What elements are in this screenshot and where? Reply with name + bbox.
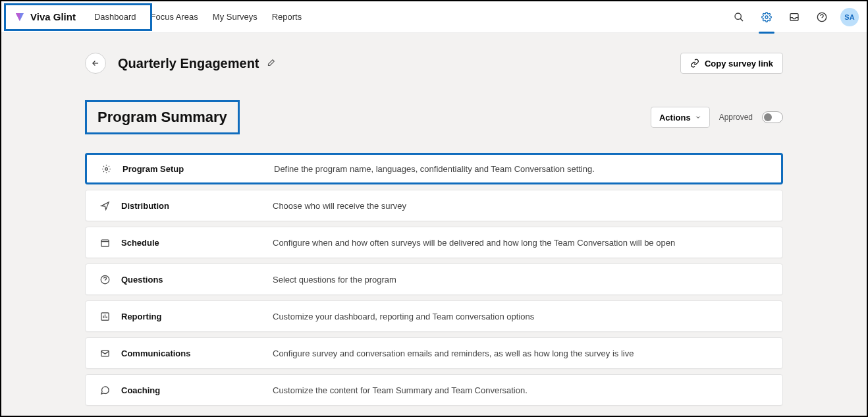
actions-button[interactable]: Actions — [651, 107, 710, 128]
page-title: Quarterly Engagement — [118, 56, 259, 71]
item-desc: Select questions for the program — [273, 275, 396, 285]
calendar-icon — [99, 238, 111, 248]
item-desc: Customize your dashboard, reporting and … — [273, 312, 534, 321]
inbox-icon[interactable] — [785, 8, 803, 26]
copy-survey-link-label: Copy survey link — [705, 59, 773, 69]
svg-point-2 — [765, 16, 768, 18]
search-icon[interactable] — [730, 8, 748, 26]
nav-links: Dashboard Focus Areas My Surveys Reports — [94, 1, 316, 32]
list-item-distribution[interactable]: Distribution Choose who will receive the… — [85, 190, 783, 221]
approved-toggle[interactable] — [762, 111, 783, 123]
chat-icon — [99, 385, 111, 395]
list-item-schedule[interactable]: Schedule Configure when and how often su… — [85, 227, 783, 258]
content-area: Quarterly Engagement Copy survey link Pr… — [1, 33, 867, 416]
list-item-questions[interactable]: Questions Select questions for the progr… — [85, 264, 783, 295]
nav-link-reports[interactable]: Reports — [272, 12, 302, 22]
item-desc: Define the program name, languages, conf… — [274, 164, 595, 174]
page-header: Quarterly Engagement Copy survey link — [85, 53, 783, 74]
chevron-down-icon — [695, 114, 701, 121]
list-item-program-setup[interactable]: Program Setup Define the program name, l… — [85, 153, 783, 184]
brand-logo-icon — [13, 11, 26, 24]
back-button[interactable] — [85, 53, 106, 74]
item-desc: Configure when and how often surveys wil… — [273, 238, 675, 248]
item-desc: Choose who will receive the survey — [273, 201, 406, 211]
brand[interactable]: Viva Glint — [9, 1, 94, 32]
program-items-list: Program Setup Define the program name, l… — [85, 153, 783, 406]
section-header: Program Summary Actions Approved — [85, 100, 783, 134]
avatar[interactable]: SA — [840, 8, 859, 26]
chart-icon — [99, 312, 111, 321]
question-icon — [99, 275, 111, 285]
edit-icon[interactable] — [266, 59, 275, 68]
brand-name: Viva Glint — [30, 11, 76, 22]
nav-link-dashboard[interactable]: Dashboard — [94, 12, 136, 22]
section-title: Program Summary — [97, 109, 227, 125]
actions-label: Actions — [659, 113, 691, 123]
item-label: Program Setup — [122, 164, 274, 174]
item-label: Distribution — [121, 201, 273, 211]
svg-line-1 — [740, 18, 743, 21]
settings-icon[interactable] — [757, 8, 776, 26]
svg-rect-8 — [101, 240, 108, 246]
highlight-program-summary: Program Summary — [85, 100, 240, 134]
link-icon — [690, 59, 699, 68]
nav-right: SA — [730, 8, 859, 26]
list-item-coaching[interactable]: Coaching Customize the content for Team … — [85, 374, 783, 406]
gear-icon — [100, 164, 112, 174]
send-icon — [99, 201, 111, 211]
nav-link-focus-areas[interactable]: Focus Areas — [151, 12, 198, 22]
list-item-reporting[interactable]: Reporting Customize your dashboard, repo… — [85, 300, 783, 332]
top-nav: Viva Glint Dashboard Focus Areas My Surv… — [1, 1, 867, 33]
nav-link-my-surveys[interactable]: My Surveys — [213, 12, 258, 22]
list-item-communications[interactable]: Communications Configure survey and conv… — [85, 337, 783, 369]
item-label: Questions — [121, 275, 273, 285]
item-desc: Customize the content for Team Summary a… — [273, 385, 528, 395]
item-label: Reporting — [121, 312, 273, 321]
item-label: Communications — [121, 348, 273, 358]
item-desc: Configure survey and conversation emails… — [273, 348, 634, 358]
help-icon[interactable] — [813, 8, 831, 26]
app-frame: Viva Glint Dashboard Focus Areas My Surv… — [0, 0, 868, 417]
copy-survey-link-button[interactable]: Copy survey link — [680, 53, 783, 74]
mail-icon — [99, 348, 111, 358]
approved-label: Approved — [719, 113, 753, 122]
svg-point-7 — [105, 167, 107, 170]
item-label: Schedule — [121, 238, 273, 248]
item-label: Coaching — [121, 385, 273, 395]
svg-point-0 — [735, 13, 741, 19]
